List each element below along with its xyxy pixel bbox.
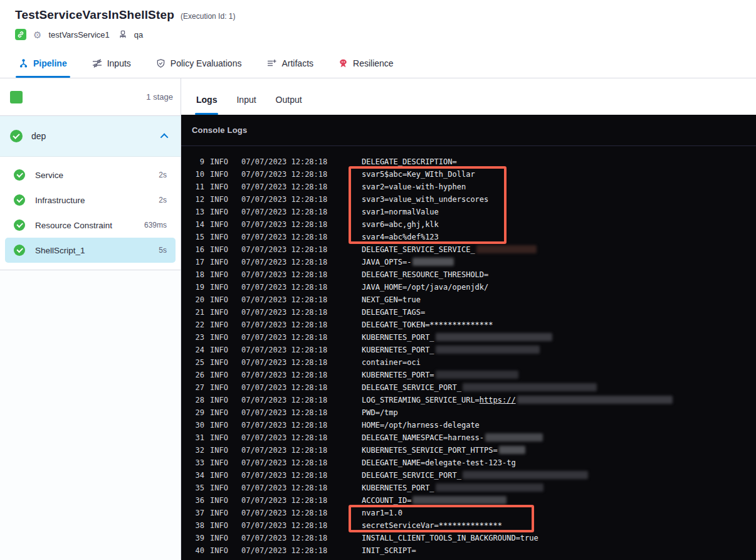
log-line-number: 16 [181, 243, 204, 256]
log-message: svar6=abc,ghj,klk [362, 218, 439, 231]
log-message: KUBERNETES_PORT_ [362, 482, 543, 494]
log-line-number: 25 [181, 356, 204, 369]
log-message: svar4=abc%def%123 [362, 231, 439, 243]
log-level: INFO [210, 457, 241, 469]
step-item-service[interactable]: Service2s [5, 162, 176, 188]
redacted-text [463, 383, 597, 391]
log-line-number: 28 [181, 394, 204, 406]
console-logs-title: Console Logs [181, 115, 756, 146]
log-message: KUBERNETES_PORT_ [362, 331, 552, 344]
tab-resilience[interactable]: Resilience [339, 49, 394, 78]
log-line: 17INFO07/07/2023 12:28:18JAVA_OPTS=- [181, 256, 756, 268]
log-line-number: 20 [181, 293, 204, 306]
log-level: INFO [210, 482, 241, 494]
log-line-number: 32 [181, 444, 204, 457]
log-line: 29INFO07/07/2023 12:28:18PWD=/tmp [181, 406, 756, 419]
step-label: Infrastructure [35, 196, 85, 205]
log-timestamp: 07/07/2023 12:28:18 [241, 419, 329, 431]
redacted-text [463, 471, 588, 479]
log-timestamp: 07/07/2023 12:28:18 [241, 457, 329, 469]
page-title: TestServiceVarsInShellStep [15, 8, 174, 22]
tab-pipeline[interactable]: Pipeline [19, 49, 67, 78]
log-timestamp: 07/07/2023 12:28:18 [241, 293, 329, 306]
log-level: INFO [210, 419, 241, 431]
log-timestamp: 07/07/2023 12:28:18 [241, 256, 329, 268]
log-line: 28INFO07/07/2023 12:28:18LOG_STREAMING_S… [181, 394, 756, 406]
log-line: 24INFO07/07/2023 12:28:18KUBERNETES_PORT… [181, 344, 756, 356]
step-label: Resource Constraint [35, 221, 112, 230]
log-tab-output[interactable]: Output [276, 95, 302, 115]
log-line: 40INFO07/07/2023 12:28:18INIT_SCRIPT= [181, 544, 756, 557]
log-line: 37INFO07/07/2023 12:28:18nvar1=1.0 [181, 507, 756, 519]
log-level: INFO [210, 193, 241, 206]
log-message: NEXT_GEN=true [362, 293, 421, 306]
log-timestamp: 07/07/2023 12:28:18 [241, 344, 329, 356]
log-message: container=oci [362, 356, 421, 369]
tab-label: Inputs [107, 58, 131, 68]
execution-id: (Execution Id: 1) [181, 12, 235, 21]
log-link[interactable]: https:// [480, 396, 516, 404]
step-duration: 5s [159, 246, 167, 255]
tab-label: Pipeline [33, 58, 67, 68]
log-line: 32INFO07/07/2023 12:28:18KUBERNETES_SERV… [181, 444, 756, 457]
log-level: INFO [210, 344, 241, 356]
tab-label: Artifacts [281, 58, 313, 68]
log-line-number: 18 [181, 268, 204, 281]
log-timestamp: 07/07/2023 12:28:18 [241, 469, 329, 482]
redacted-text [436, 483, 543, 492]
log-line: 16INFO07/07/2023 12:28:18DELEGATE_SERVIC… [181, 243, 756, 256]
log-message: KUBERNETES_SERVICE_PORT_HTTPS= [362, 444, 525, 457]
chevron-up-icon[interactable] [160, 133, 169, 141]
log-line-number: 36 [181, 494, 204, 507]
log-timestamp: 07/07/2023 12:28:18 [241, 281, 329, 293]
log-line-number: 9 [181, 156, 204, 168]
log-tab-input[interactable]: Input [236, 95, 256, 115]
step-duration: 2s [159, 196, 167, 204]
log-line: 15INFO07/07/2023 12:28:18svar4=abc%def%1… [181, 231, 756, 243]
log-line: 31INFO07/07/2023 12:28:18DELEGATE_NAMESP… [181, 431, 756, 444]
log-level: INFO [210, 507, 241, 519]
tab-policy-evaluations[interactable]: Policy Evaluations [156, 49, 242, 78]
log-message: nvar1=1.0 [362, 507, 402, 519]
step-duration: 2s [159, 171, 167, 179]
log-line: 14INFO07/07/2023 12:28:18svar6=abc,ghj,k… [181, 218, 756, 231]
log-line: 10INFO07/07/2023 12:28:18svar5$abc=Key_W… [181, 168, 756, 181]
log-line-number: 29 [181, 406, 204, 419]
log-level: INFO [210, 256, 241, 268]
success-check-icon [10, 130, 23, 142]
log-timestamp: 07/07/2023 12:28:18 [241, 243, 329, 256]
success-check-icon [14, 169, 25, 181]
log-line: 20INFO07/07/2023 12:28:18NEXT_GEN=true [181, 293, 756, 306]
log-level: INFO [210, 156, 241, 168]
log-message: INSTALL_CLIENT_TOOLS_IN_BACKGROUND=true [362, 532, 538, 544]
tab-label: Policy Evaluations [171, 58, 242, 68]
step-item-resource-constraint[interactable]: Resource Constraint639ms [5, 213, 176, 238]
log-line: 22INFO07/07/2023 12:28:18DELEGATE_TOKEN=… [181, 319, 756, 331]
stage-status-square [10, 91, 23, 103]
log-timestamp: 07/07/2023 12:28:18 [241, 181, 329, 193]
tab-inputs[interactable]: Inputs [92, 49, 131, 78]
log-timestamp: 07/07/2023 12:28:18 [241, 156, 329, 168]
sidebar-empty-area [0, 270, 181, 560]
step-item-infrastructure[interactable]: Infrastructure2s [5, 188, 176, 213]
log-message: DELEGATE_SERVICE_PORT_ [362, 469, 588, 482]
step-duration: 639ms [144, 221, 167, 230]
artifacts-icon [266, 58, 276, 68]
log-tab-logs[interactable]: Logs [196, 95, 217, 115]
environment-name: qa [134, 30, 143, 40]
log-timestamp: 07/07/2023 12:28:18 [241, 381, 329, 394]
execution-header: TestServiceVarsInShellStep (Execution Id… [0, 0, 756, 49]
log-line-number: 17 [181, 256, 204, 268]
log-message: INIT_SCRIPT= [362, 544, 416, 557]
tab-label: Resilience [353, 58, 394, 68]
step-item-shellscript-1[interactable]: ShellScript_15s [5, 238, 176, 263]
log-timestamp: 07/07/2023 12:28:18 [241, 319, 329, 331]
log-timestamp: 07/07/2023 12:28:18 [241, 193, 329, 206]
tab-artifacts[interactable]: Artifacts [266, 49, 313, 78]
log-line: 26INFO07/07/2023 12:28:18KUBERNETES_PORT… [181, 369, 756, 381]
stage-item-dep[interactable]: dep [0, 116, 181, 156]
redacted-text [436, 371, 518, 379]
log-message: JAVA_OPTS=- [362, 256, 454, 268]
log-level: INFO [210, 306, 241, 319]
execution-sidebar: 1 stage dep Service2sInfrastructure2sRes… [0, 78, 181, 560]
